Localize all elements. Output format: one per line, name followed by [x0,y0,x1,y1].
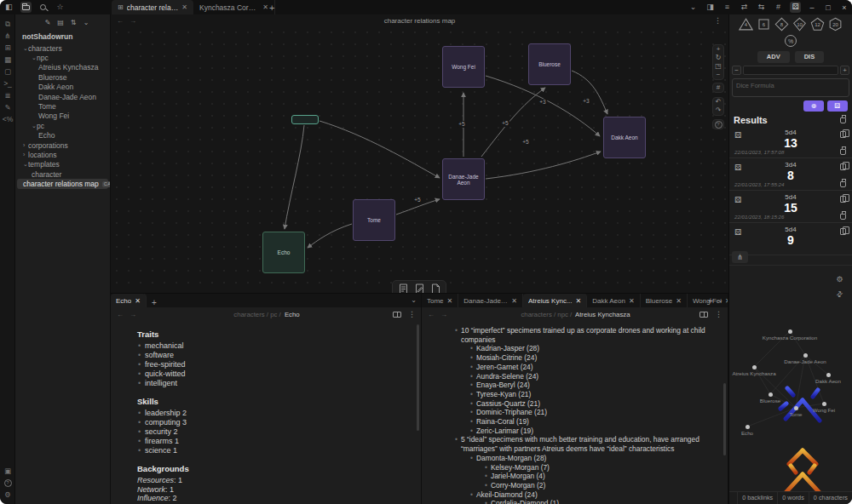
note-tab[interactable]: Tome ✕ [422,294,458,307]
reading-view-icon[interactable] [699,312,708,318]
atreius-note-content[interactable]: 10 “imperfect” specimens trained up as c… [422,321,722,504]
note-tab[interactable]: Danae-Jade ... ✕ [458,294,523,307]
outgoing-links-icon[interactable]: ⇆ [756,2,767,13]
scrollbar[interactable] [417,324,419,431]
undo-icon[interactable]: ↶ [713,98,723,106]
tree-item[interactable]: Dakk Aeon [15,83,110,92]
dice-formula-input[interactable] [732,78,849,97]
close-tab-icon[interactable]: ✕ [629,297,635,305]
search-icon[interactable] [37,2,49,13]
die-button[interactable]: 8 [774,17,789,32]
tree-item[interactable]: Atreius Kynchasza [15,63,110,72]
minimize-button[interactable]: – [807,3,817,12]
note-tab[interactable]: Atreius Kync... ✕ [523,294,587,307]
graph-view-icon[interactable]: ⋔ [0,30,15,42]
dice-tree-button[interactable]: ⋔ [732,251,748,263]
new-tab-button[interactable]: + [269,3,274,13]
canvas-node[interactable] [291,115,319,124]
delete-result-icon[interactable] [840,181,846,187]
terminal-icon[interactable]: >_ [0,77,15,89]
collapse-all-icon[interactable]: ⌄ [81,18,91,27]
scrollbar[interactable] [723,383,726,455]
copy-result-icon[interactable] [840,163,846,170]
daily-note-icon[interactable]: ▦ [0,54,15,66]
canvas-node[interactable]: Wong Fei [442,46,485,88]
tree-item[interactable]: ⌄ characters [15,43,110,53]
delete-result-icon[interactable] [840,149,846,155]
comments-icon[interactable]: ▢ [0,66,15,77]
more-options-icon[interactable]: ⋮ [714,16,722,25]
tree-item[interactable]: Echo [15,131,110,140]
right-sidebar-toggle-icon[interactable]: ◨ [705,2,716,13]
vault-name[interactable]: notShadowrun [15,31,110,43]
copy-result-icon[interactable] [840,131,846,138]
canvas-node[interactable]: Tome [353,199,395,241]
canvas-help-icon[interactable]: ? [713,120,723,129]
tree-item[interactable]: ⌄ pc [15,121,110,130]
tree-item[interactable]: ⌄ templates [15,160,110,169]
die-button[interactable]: 12 [810,17,825,32]
add-note-icon[interactable] [415,284,424,293]
zoom-reset-icon[interactable]: ↻ [713,54,723,62]
decrement-button[interactable]: − [732,66,741,75]
tree-item[interactable]: Wong Fei [15,112,110,121]
die-button[interactable]: 10 [792,17,807,32]
edge-label[interactable]: +3 [538,99,547,106]
file-explorer-icon[interactable] [20,2,32,13]
tags-icon[interactable]: # [773,2,784,13]
new-note-icon[interactable]: ✎ [43,18,53,27]
die-button[interactable]: 6 [757,17,771,32]
close-tab-icon[interactable]: ✕ [135,297,141,305]
close-tab-icon[interactable]: ✕ [676,297,682,305]
close-tab-icon[interactable]: ✕ [511,297,517,305]
outline-icon[interactable]: ≡ [722,2,733,13]
echo-tab[interactable]: Echo ✕ [111,294,147,307]
zoom-fit-icon[interactable]: ◳ [713,62,723,71]
settings-icon[interactable]: ⚙ [0,489,15,501]
increment-button[interactable]: + [840,66,849,75]
tab-list-chevron-icon[interactable]: ⌄ [688,2,699,13]
graph-settings-icon[interactable]: ⚙ [834,274,845,285]
canvas-node[interactable]: Dakk Aeon [603,117,646,158]
die-button[interactable]: 4 [739,17,753,32]
new-folder-icon[interactable]: ▤ [55,18,66,27]
grid-snap-icon[interactable]: # [713,83,723,92]
bookmarks-icon[interactable]: ☆ [55,2,66,13]
edge-label[interactable]: +5 [412,197,422,203]
vault-switcher-icon[interactable]: ▣ [0,465,15,477]
sort-icon[interactable]: ⇅ [68,18,78,27]
add-media-icon[interactable] [431,284,440,293]
left-sidebar-toggle-icon[interactable]: ◧ [3,2,14,13]
canvas-node[interactable]: Bluerose [528,43,571,85]
tab-list-chevron-icon[interactable]: ⌄ [717,296,723,304]
tab-list-chevron-icon[interactable]: ⌄ [411,296,417,304]
local-graph-pane[interactable]: ⚙ ⇅ [729,265,852,491]
dice-count-input[interactable] [743,66,838,75]
advantage-button[interactable]: ADV [757,51,790,63]
more-options-icon[interactable]: ⋮ [715,310,722,318]
tree-item[interactable]: › corporations [15,140,110,150]
redo-icon[interactable]: ↷ [713,106,723,115]
new-tab-button[interactable]: + [152,298,157,307]
echo-note-content[interactable]: Traits mechanicalsoftwarefree-spiritedqu… [111,321,416,504]
note-tab[interactable]: Bluerose ✕ [641,294,688,307]
edge-label[interactable]: +5 [500,120,509,127]
workspace-tab[interactable]: Kynchasza Corporation ✕ [193,0,275,14]
edge-label[interactable]: +3 [581,98,590,105]
dice-roller-icon[interactable]: ⚄ [790,2,801,13]
disadvantage-button[interactable]: DIS [795,51,825,63]
canvas-node[interactable]: Echo [262,232,305,273]
backlinks-icon[interactable]: ⇄ [739,2,750,13]
percent-die-button[interactable]: % [785,35,797,47]
edge-label[interactable]: +5 [521,139,530,146]
tree-item[interactable]: Bluerose [15,72,110,82]
tree-item[interactable]: Danae-Jade Aeon [15,92,110,101]
canvas-surface[interactable]: Wong Fei Bluerose Dakk Aeon Danae-Jade A… [111,26,726,293]
close-tab-icon[interactable]: ✕ [181,3,187,11]
close-tab-icon[interactable]: ✕ [576,297,582,305]
workspace-tab[interactable]: ⊞ character relations m... ✕ [112,0,193,14]
new-tab-button[interactable]: + [708,296,713,306]
add-roll-icon[interactable]: ⊕ [803,100,824,112]
die-button[interactable]: 20 [828,17,843,32]
templater-icon[interactable]: <% [0,113,15,125]
